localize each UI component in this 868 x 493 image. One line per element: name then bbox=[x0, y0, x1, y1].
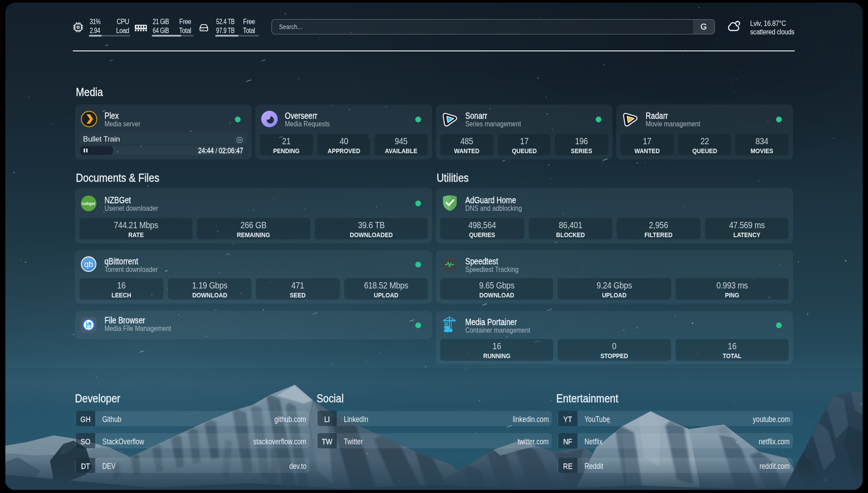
svg-text:nzbget: nzbget bbox=[82, 201, 95, 206]
svg-text:qb: qb bbox=[84, 260, 93, 269]
